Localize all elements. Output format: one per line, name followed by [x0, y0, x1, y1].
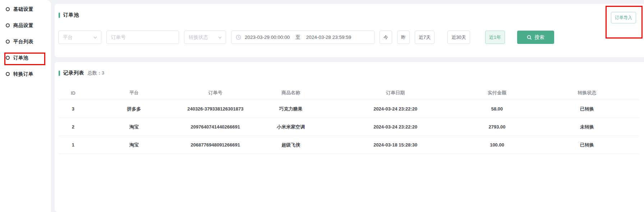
column-header: 实付金额 — [459, 86, 535, 100]
table-header-row: ID平台订单号商品名称订单日期实付金额转换状态 — [59, 86, 639, 100]
date-end: 2024-03-28 23:59:59 — [306, 35, 351, 40]
sidebar-item-label: 转换订单 — [13, 71, 33, 77]
circle-icon — [6, 72, 10, 76]
sidebar-item-platform-list[interactable]: 平台列表 — [0, 33, 51, 50]
order-no-input[interactable] — [111, 35, 174, 40]
cell-order-no: 2097640741440266691 — [180, 118, 250, 136]
convert-status-select[interactable]: 转换状态 — [184, 31, 226, 44]
cell-product: 超级飞侠 — [250, 136, 331, 154]
records-table: ID平台订单号商品名称订单日期实付金额转换状态 3拼多多240326-37933… — [59, 86, 639, 154]
sidebar-item-label: 商品设置 — [13, 22, 33, 29]
title-accent-bar — [59, 13, 60, 18]
sidebar-item-label: 订单池 — [13, 55, 28, 61]
cell-order-date: 2024-03-24 23:22:20 — [331, 100, 459, 118]
cell-order-date: 2024-03-24 23:22:20 — [331, 118, 459, 136]
search-button-label: 搜索 — [534, 34, 544, 41]
cell-platform: 淘宝 — [88, 136, 181, 154]
column-header: 订单号 — [180, 86, 250, 100]
quick-filter-last-30-days[interactable]: 近30天 — [447, 31, 470, 44]
sidebar: 基础设置商品设置平台列表订单池转换订单 — [0, 0, 51, 212]
cell-product: 巧克力糖果 — [250, 100, 331, 118]
filter-row: 平台 转换状态 2023-03-29 00:00:00 至 2024-03-28… — [58, 31, 554, 44]
cell-order-no: 2068776948091266691 — [180, 136, 250, 154]
cell-amount: 58.00 — [459, 100, 535, 118]
column-header: 转换状态 — [535, 86, 639, 100]
page-title-block: 订单池 — [59, 12, 79, 18]
chevron-down-icon — [218, 35, 222, 40]
cell-amount: 2793.00 — [459, 118, 535, 136]
cell-status: 已转换 — [535, 100, 639, 118]
order-no-input-wrap — [106, 31, 179, 44]
column-header: 商品名称 — [250, 86, 331, 100]
sidebar-menu: 基础设置商品设置平台列表订单池转换订单 — [0, 1, 51, 82]
sidebar-item-label: 平台列表 — [13, 39, 33, 45]
cell-id: 1 — [59, 136, 88, 154]
filter-card: 订单池 订单导入 平台 转换状态 2023-03-29 00:00:00 至 2… — [55, 4, 644, 57]
chevron-down-icon — [93, 35, 97, 40]
records-card: 记录列表 总数：3 ID平台订单号商品名称订单日期实付金额转换状态 3拼多多24… — [55, 62, 644, 212]
circle-icon — [6, 56, 10, 60]
records-title-block: 记录列表 总数：3 — [59, 70, 104, 76]
sidebar-item-convert-orders[interactable]: 转换订单 — [0, 66, 51, 82]
cell-order-no: 240326-379338126301873 — [180, 100, 250, 118]
column-header: 平台 — [88, 86, 181, 100]
table-row: 1淘宝2068776948091266691超级飞侠2024-03-18 15:… — [59, 136, 639, 154]
date-range-picker[interactable]: 2023-03-29 00:00:00 至 2024-03-28 23:59:5… — [231, 31, 374, 44]
sidebar-item-label: 基础设置 — [13, 6, 33, 13]
circle-icon — [6, 40, 10, 44]
search-button[interactable]: 搜索 — [517, 31, 554, 44]
cell-status: 未转换 — [535, 118, 639, 136]
page-title: 订单池 — [63, 12, 79, 18]
table-row: 3拼多多240326-379338126301873巧克力糖果2024-03-2… — [59, 100, 639, 118]
title-accent-bar — [59, 71, 60, 76]
cell-id: 3 — [59, 100, 88, 118]
quick-filter-today[interactable]: 今 — [380, 31, 392, 44]
column-header: ID — [59, 86, 88, 100]
cell-amount: 100.00 — [459, 136, 535, 154]
convert-status-placeholder: 转换状态 — [189, 34, 208, 41]
search-icon — [527, 35, 532, 40]
clock-icon — [236, 35, 241, 40]
quick-filter-yesterday[interactable]: 昨 — [397, 31, 410, 44]
order-import-button[interactable]: 订单导入 — [611, 12, 636, 23]
platform-select[interactable]: 平台 — [58, 31, 101, 44]
records-total: 总数：3 — [88, 70, 104, 76]
quick-filter-last-7-days[interactable]: 近7天 — [415, 31, 434, 44]
circle-icon — [6, 7, 10, 11]
date-start: 2023-03-29 00:00:00 — [245, 35, 290, 40]
cell-order-date: 2024-03-18 15:28:30 — [331, 136, 459, 154]
circle-icon — [6, 23, 10, 27]
sidebar-item-product-settings[interactable]: 商品设置 — [0, 17, 51, 33]
cell-platform: 拼多多 — [88, 100, 181, 118]
sidebar-item-order-pool[interactable]: 订单池 — [0, 50, 51, 66]
cell-platform: 淘宝 — [88, 118, 181, 136]
column-header: 订单日期 — [331, 86, 459, 100]
date-separator: 至 — [295, 34, 300, 41]
platform-select-placeholder: 平台 — [63, 34, 73, 41]
cell-product: 小米米家空调 — [250, 118, 331, 136]
cell-status: 已转换 — [535, 136, 639, 154]
table-row: 2淘宝2097640741440266691小米米家空调2024-03-24 2… — [59, 118, 639, 136]
records-section-title: 记录列表 — [63, 70, 84, 76]
sidebar-item-basic-settings[interactable]: 基础设置 — [0, 1, 51, 17]
cell-id: 2 — [59, 118, 88, 136]
quick-filter-last-1-year[interactable]: 近1年 — [485, 31, 505, 44]
